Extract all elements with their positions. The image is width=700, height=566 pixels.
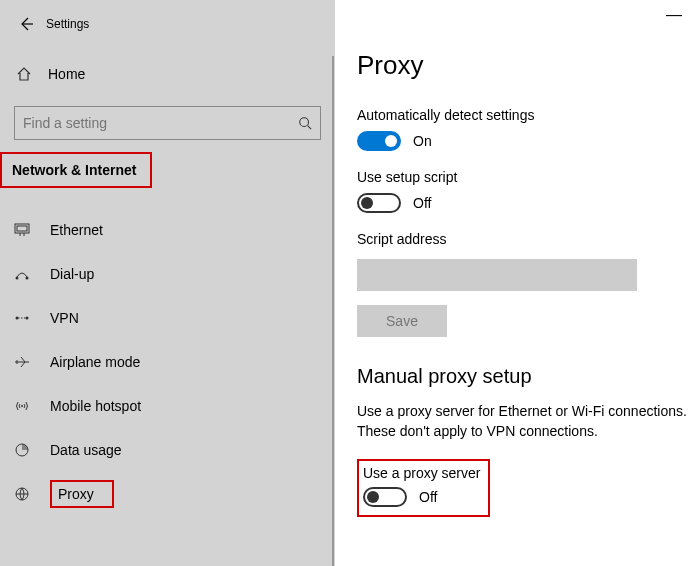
search-input[interactable] [23,115,254,131]
titlebar: Settings [0,8,335,40]
use-proxy-highlight: Use a proxy server Off [357,459,490,517]
nav-label: Ethernet [50,222,103,238]
airplane-icon [14,355,38,369]
use-proxy-state: Off [419,489,437,505]
nav-label: Mobile hotspot [50,398,141,414]
svg-point-7 [21,405,23,407]
search-box[interactable] [14,106,321,140]
auto-detect-label: Automatically detect settings [357,107,700,123]
script-address-input[interactable] [357,259,637,291]
manual-setup-heading: Manual proxy setup [357,365,700,388]
nav-item-hotspot[interactable]: Mobile hotspot [0,384,335,428]
svg-rect-2 [17,226,27,231]
home-label: Home [48,66,85,82]
nav-label: Data usage [50,442,122,458]
nav-item-vpn[interactable]: VPN [0,296,335,340]
script-address-label: Script address [357,231,700,247]
back-button[interactable] [8,10,44,38]
save-button-label: Save [386,313,418,329]
minimize-button[interactable]: — [666,6,682,24]
nav-item-ethernet[interactable]: Ethernet [0,208,335,252]
nav-item-proxy[interactable]: Proxy [0,472,335,516]
home-nav[interactable]: Home [0,54,335,94]
settings-window: Settings Home Network & Internet Etherne… [0,0,700,566]
setup-script-toggle-row: Off [357,193,700,213]
nav-label: Airplane mode [50,354,140,370]
manual-setup-desc: Use a proxy server for Ethernet or Wi-Fi… [357,402,700,441]
nav-item-airplane[interactable]: Airplane mode [0,340,335,384]
nav-label: VPN [50,310,79,326]
setup-script-toggle[interactable] [357,193,401,213]
svg-point-6 [26,317,29,320]
nav-list: Ethernet Dial-up VPN Airplane mode Mobil… [0,208,335,516]
scrollbar[interactable] [332,56,334,566]
nav-item-datausage[interactable]: Data usage [0,428,335,472]
window-title: Settings [46,17,89,31]
auto-detect-toggle-row: On [357,131,700,151]
svg-point-0 [300,118,309,127]
svg-point-3 [16,277,19,280]
ethernet-icon [14,223,38,237]
main-panel: — Proxy Automatically detect settings On… [335,0,700,566]
page-title: Proxy [357,50,700,81]
vpn-icon [14,311,38,325]
proxy-icon [14,487,38,501]
category-header: Network & Internet [6,156,146,184]
auto-detect-state: On [413,133,432,149]
datausage-icon [14,443,38,457]
nav-label-highlight: Proxy [50,480,114,508]
setup-script-label: Use setup script [357,169,700,185]
svg-point-4 [26,277,29,280]
auto-detect-toggle[interactable] [357,131,401,151]
hotspot-icon [14,399,38,413]
dialup-icon [14,267,38,281]
use-proxy-toggle-row: Off [363,487,480,507]
save-button[interactable]: Save [357,305,447,337]
home-icon [16,66,40,82]
nav-item-dialup[interactable]: Dial-up [0,252,335,296]
category-header-highlight: Network & Internet [0,152,152,188]
sidebar: Settings Home Network & Internet Etherne… [0,0,335,566]
use-proxy-label: Use a proxy server [363,465,480,481]
nav-label: Dial-up [50,266,94,282]
setup-script-state: Off [413,195,431,211]
search-icon [298,116,312,130]
use-proxy-toggle[interactable] [363,487,407,507]
